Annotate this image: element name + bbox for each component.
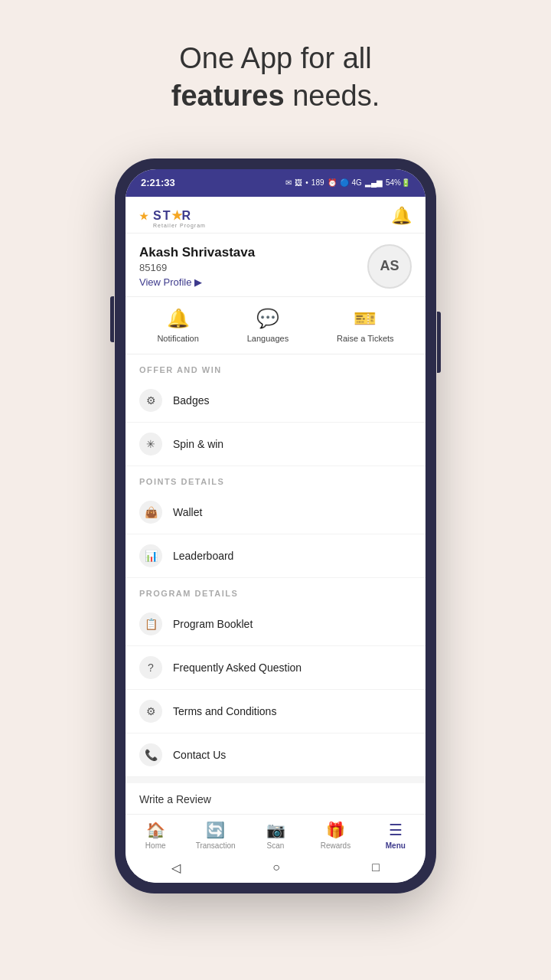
nav-menu[interactable]: ☰ Menu bbox=[366, 821, 425, 850]
terms-label: Terms and Conditions bbox=[173, 705, 276, 717]
home-icon: 🏠 bbox=[146, 821, 165, 839]
offer-section-label: OFFER AND WIN bbox=[126, 354, 425, 379]
leaderboard-label: Leaderboard bbox=[173, 550, 233, 562]
battery-icon: 54%🔋 bbox=[386, 178, 410, 187]
contact-menu-item[interactable]: 📞 Contact Us bbox=[126, 733, 425, 777]
notification-action-label: Notification bbox=[157, 334, 198, 343]
badges-menu-item[interactable]: ⚙ Badges bbox=[126, 379, 425, 423]
logo-area: ★ ST★R Retailer Program bbox=[139, 204, 206, 228]
recents-button[interactable]: □ bbox=[372, 861, 380, 874]
wallet-menu-item[interactable]: 👜 Wallet bbox=[126, 491, 425, 534]
home-button[interactable]: ○ bbox=[272, 861, 280, 874]
scan-label: Scan bbox=[267, 841, 285, 850]
mail-icon: ✉ bbox=[285, 178, 292, 187]
avatar[interactable]: AS bbox=[367, 244, 412, 289]
status-bar: 2:21:33 ✉ 🖼 • 189 ⏰ 🔵 4G ▂▄▆ 54%🔋 bbox=[126, 169, 425, 197]
tagline: One App for allfeatures needs. bbox=[171, 40, 380, 116]
view-profile-link[interactable]: View Profile ▶ bbox=[139, 276, 255, 288]
program-section-label: PROGRAM DETAILS bbox=[126, 578, 425, 603]
logo-wrapper: ST★R Retailer Program bbox=[153, 204, 206, 228]
points-section-label: POINTS DETAILS bbox=[126, 466, 425, 491]
terms-menu-item[interactable]: ⚙ Terms and Conditions bbox=[126, 690, 425, 733]
contact-icon: 📞 bbox=[139, 743, 162, 766]
spin-win-label: Spin & win bbox=[173, 438, 223, 450]
status-icons: ✉ 🖼 • 189 ⏰ 🔵 4G ▂▄▆ 54%🔋 bbox=[285, 178, 410, 187]
wallet-label: Wallet bbox=[173, 506, 202, 518]
profile-info: Akash Shrivastava 85169 View Profile ▶ bbox=[139, 245, 255, 288]
spin-win-menu-item[interactable]: ✳ Spin & win bbox=[126, 423, 425, 466]
menu-divider bbox=[126, 777, 425, 783]
leaderboard-menu-item[interactable]: 📊 Leaderboard bbox=[126, 534, 425, 578]
faq-menu-item[interactable]: ? Frequently Asked Question bbox=[126, 646, 425, 690]
signal-icon: ▂▄▆ bbox=[365, 178, 383, 187]
system-nav: ◁ ○ □ bbox=[126, 854, 425, 883]
notification-bell-icon[interactable]: 🔔 bbox=[391, 206, 412, 226]
app-header: ★ ST★R Retailer Program 🔔 bbox=[126, 197, 425, 234]
quick-actions: 🔔 Notification 💬 Languages 🎫 Raise a Tic… bbox=[126, 297, 425, 354]
nav-home[interactable]: 🏠 Home bbox=[126, 821, 185, 850]
dot-icon: • bbox=[305, 178, 308, 187]
rewards-icon: 🎁 bbox=[326, 821, 345, 839]
user-id: 85169 bbox=[139, 262, 255, 273]
user-name: Akash Shrivastava bbox=[139, 245, 255, 260]
profile-section: Akash Shrivastava 85169 View Profile ▶ A… bbox=[126, 234, 425, 297]
faq-label: Frequently Asked Question bbox=[173, 662, 302, 674]
bottom-nav: 🏠 Home 🔄 Transaction 📷 Scan 🎁 Rewards ☰ bbox=[126, 814, 425, 854]
bt-icon: 🔵 bbox=[340, 178, 349, 187]
contact-label: Contact Us bbox=[173, 749, 226, 761]
arrow-right-icon: ▶ bbox=[194, 276, 202, 288]
nav-rewards[interactable]: 🎁 Rewards bbox=[305, 821, 365, 850]
program-booklet-icon: 📋 bbox=[139, 612, 162, 635]
spin-win-icon: ✳ bbox=[139, 433, 162, 456]
raise-ticket-action[interactable]: 🎫 Raise a Tickets bbox=[337, 308, 394, 343]
nav-scan[interactable]: 📷 Scan bbox=[246, 821, 305, 850]
notification-action-icon: 🔔 bbox=[167, 308, 190, 329]
wallet-icon: 👜 bbox=[139, 501, 162, 524]
write-review-item[interactable]: Write a Review bbox=[126, 783, 425, 814]
menu-icon: ☰ bbox=[389, 821, 403, 839]
badges-label: Badges bbox=[173, 394, 209, 407]
network-icon: 4G bbox=[352, 178, 362, 187]
leaderboard-icon: 📊 bbox=[139, 544, 162, 567]
faq-icon: ? bbox=[139, 656, 162, 679]
program-booklet-label: Program Booklet bbox=[173, 618, 253, 630]
nav-transaction[interactable]: 🔄 Transaction bbox=[185, 821, 245, 850]
phone-screen: 2:21:33 ✉ 🖼 • 189 ⏰ 🔵 4G ▂▄▆ 54%🔋 ★ bbox=[126, 169, 425, 883]
status-time: 2:21:33 bbox=[141, 177, 175, 188]
menu-scroll: OFFER AND WIN ⚙ Badges ✳ Spin & win POIN… bbox=[126, 354, 425, 814]
transaction-icon: 🔄 bbox=[206, 821, 225, 839]
scan-icon: 📷 bbox=[266, 821, 285, 839]
languages-action-label: Languages bbox=[247, 334, 289, 343]
home-label: Home bbox=[145, 841, 166, 850]
logo-subtitle: Retailer Program bbox=[153, 223, 206, 228]
transaction-label: Transaction bbox=[196, 841, 236, 850]
data-icon: 189 bbox=[311, 178, 324, 187]
photo-icon: 🖼 bbox=[295, 178, 302, 187]
rewards-label: Rewards bbox=[321, 841, 350, 850]
menu-label: Menu bbox=[386, 841, 406, 850]
program-booklet-menu-item[interactable]: 📋 Program Booklet bbox=[126, 603, 425, 646]
notification-action[interactable]: 🔔 Notification bbox=[157, 308, 198, 343]
alarm-icon: ⏰ bbox=[328, 178, 337, 187]
back-button[interactable]: ◁ bbox=[171, 861, 181, 875]
languages-action-icon: 💬 bbox=[256, 308, 279, 329]
logo-star: ST★R bbox=[153, 204, 190, 224]
phone-shell: 2:21:33 ✉ 🖼 • 189 ⏰ 🔵 4G ▂▄▆ 54%🔋 ★ bbox=[115, 158, 436, 893]
raise-ticket-action-icon: 🎫 bbox=[354, 308, 377, 329]
badges-icon: ⚙ bbox=[139, 389, 162, 412]
raise-ticket-action-label: Raise a Tickets bbox=[337, 334, 394, 343]
terms-icon: ⚙ bbox=[139, 700, 162, 723]
languages-action[interactable]: 💬 Languages bbox=[247, 308, 289, 343]
